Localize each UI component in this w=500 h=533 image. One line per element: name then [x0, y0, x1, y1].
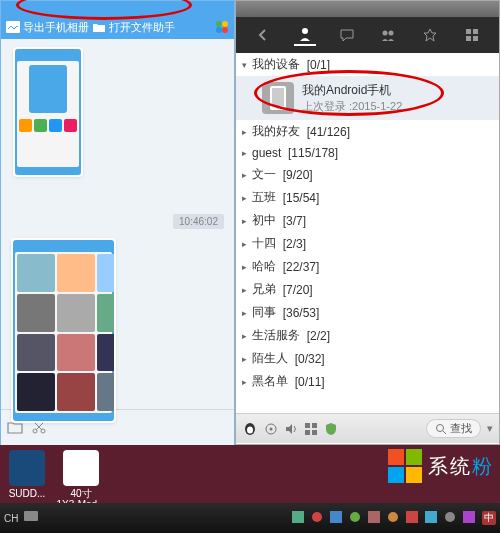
tray-icon[interactable]	[406, 511, 420, 525]
svg-rect-21	[305, 423, 310, 428]
tray-icon[interactable]	[292, 511, 306, 525]
group-header[interactable]: ▸我的好友 [41/126]	[236, 120, 499, 143]
group-name: 我的设备	[252, 56, 300, 73]
desktop-icon[interactable]: SUDD...	[2, 450, 52, 499]
svg-rect-34	[425, 511, 437, 523]
contacts-tab[interactable]	[294, 24, 316, 46]
group-count: [36/53]	[283, 306, 320, 320]
group-count: [41/126]	[307, 125, 350, 139]
keyboard-icon[interactable]	[24, 511, 38, 525]
group-header[interactable]: ▸文一 [9/20]	[236, 163, 499, 186]
svg-point-7	[302, 28, 308, 34]
contact-panel-titlebar[interactable]	[236, 1, 499, 17]
chat-titlebar[interactable]	[1, 1, 234, 15]
dropdown-icon[interactable]: ▾	[487, 422, 493, 435]
space-tab[interactable]	[419, 24, 441, 46]
screenshot-thumbnail-large[interactable]	[11, 238, 116, 423]
screenshot-thumbnail[interactable]	[13, 47, 83, 177]
chevron-right-icon: ▸	[242, 331, 252, 341]
chevron-right-icon: ▸	[242, 377, 252, 387]
settings-icon[interactable]	[264, 422, 278, 436]
svg-point-8	[383, 31, 388, 36]
taskbar[interactable]: CH 中	[0, 503, 500, 533]
svg-point-28	[312, 512, 322, 522]
chevron-right-icon: ▸	[242, 308, 252, 318]
group-header[interactable]: ▸初中 [3/7]	[236, 209, 499, 232]
svg-rect-23	[305, 430, 310, 435]
contact-footer: 查找 ▾	[236, 413, 499, 443]
contact-group-list[interactable]: ▾ 我的设备 [0/1] 我的Android手机 上次登录 :2015-1-22…	[236, 53, 499, 413]
tray-icon[interactable]	[349, 511, 363, 525]
tray-icon[interactable]	[368, 511, 382, 525]
tray-icon[interactable]	[444, 511, 458, 525]
group-header-devices[interactable]: ▾ 我的设备 [0/1]	[236, 53, 499, 76]
group-header[interactable]: ▸guest [115/178]	[236, 143, 499, 163]
device-item[interactable]: 我的Android手机 上次登录 :2015-1-22	[236, 76, 499, 120]
group-count: [0/1]	[307, 58, 330, 72]
ime-lang-indicator[interactable]: 中	[482, 511, 496, 525]
tray-icon[interactable]	[311, 511, 325, 525]
svg-point-25	[437, 424, 444, 431]
sound-icon[interactable]	[284, 422, 298, 436]
search-label: 查找	[450, 421, 472, 436]
svg-rect-11	[473, 29, 478, 34]
security-icon[interactable]	[324, 422, 338, 436]
group-header[interactable]: ▸哈哈 [22/37]	[236, 255, 499, 278]
group-name: 十四	[252, 235, 276, 252]
svg-rect-26	[24, 511, 38, 521]
svg-point-2	[222, 21, 228, 27]
search-icon	[435, 423, 447, 435]
ime-indicator[interactable]: CH	[4, 513, 18, 524]
group-count: [22/37]	[283, 260, 320, 274]
svg-point-4	[222, 27, 228, 33]
group-header[interactable]: ▸黑名单 [0/11]	[236, 370, 499, 393]
group-header[interactable]: ▸生活服务 [2/2]	[236, 324, 499, 347]
export-album-button[interactable]: 导出手机相册	[5, 19, 89, 35]
chat-body: 10:46:02	[1, 39, 234, 409]
tray-icon[interactable]	[425, 511, 439, 525]
group-header[interactable]: ▸五班 [15/54]	[236, 186, 499, 209]
folder-icon	[91, 19, 107, 35]
open-file-helper-button[interactable]: 打开文件助手	[91, 19, 175, 35]
more-tab[interactable]	[461, 24, 483, 46]
chevron-right-icon: ▸	[242, 148, 252, 158]
group-header[interactable]: ▸兄弟 [7/20]	[236, 278, 499, 301]
tray-icon[interactable]	[387, 511, 401, 525]
group-name: 生活服务	[252, 327, 300, 344]
svg-rect-31	[368, 511, 380, 523]
chevron-right-icon: ▸	[242, 262, 252, 272]
tray-icon[interactable]	[330, 511, 344, 525]
svg-rect-36	[463, 511, 475, 523]
chat-tab[interactable]	[336, 24, 358, 46]
search-button[interactable]: 查找	[426, 419, 481, 438]
group-header[interactable]: ▸十四 [2/3]	[236, 232, 499, 255]
qq-icon[interactable]	[242, 421, 258, 437]
picture-icon	[5, 19, 21, 35]
chevron-right-icon: ▸	[242, 216, 252, 226]
group-name: 哈哈	[252, 258, 276, 275]
contact-tabs	[236, 17, 499, 53]
chat-toolbar: 导出手机相册 打开文件助手	[1, 15, 234, 39]
desktop-icon[interactable]: 40寸 1X3-Mod...	[56, 450, 106, 510]
chevron-right-icon: ▸	[242, 239, 252, 249]
group-count: [2/2]	[307, 329, 330, 343]
tray-icon[interactable]	[463, 511, 477, 525]
back-icon[interactable]	[252, 24, 274, 46]
svg-rect-22	[312, 423, 317, 428]
apps-icon[interactable]	[304, 422, 318, 436]
svg-rect-24	[312, 430, 317, 435]
group-count: [2/3]	[283, 237, 306, 251]
group-count: [115/178]	[288, 146, 338, 160]
phone-icon	[262, 82, 294, 114]
group-name: 五班	[252, 189, 276, 206]
group-header[interactable]: ▸同事 [36/53]	[236, 301, 499, 324]
group-name: 陌生人	[252, 350, 288, 367]
open-file-helper-label: 打开文件助手	[109, 20, 175, 35]
svg-rect-12	[466, 36, 471, 41]
groups-tab[interactable]	[377, 24, 399, 46]
chevron-right-icon: ▸	[242, 193, 252, 203]
app-launcher-icon[interactable]	[214, 19, 230, 35]
device-last-login: 上次登录 :2015-1-22	[302, 99, 402, 114]
svg-point-18	[247, 426, 253, 433]
group-header[interactable]: ▸陌生人 [0/32]	[236, 347, 499, 370]
